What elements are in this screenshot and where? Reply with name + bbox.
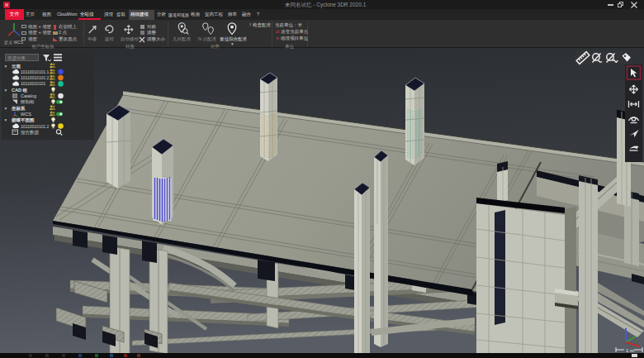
svg-text:10110010101 1: 10110010101 1 [21,69,50,74]
svg-text:限制框: 限制框 [21,99,35,104]
svg-text:俯瞰平面图: 俯瞰平面图 [11,117,35,123]
svg-text:10110010101: 10110010101 [21,81,45,86]
svg-text:CAD 组: CAD 组 [12,88,27,93]
svg-text:▾: ▾ [5,64,7,69]
svg-text:坐标系: 坐标系 [11,106,26,112]
svg-text:▾: ▾ [5,106,7,111]
svg-text:报告数据: 报告数据 [21,130,40,136]
svg-text:云斑: 云斑 [12,64,21,69]
svg-text:▾: ▾ [5,88,7,93]
svg-text:WCS: WCS [21,112,31,117]
svg-text:10110010101 2: 10110010101 2 [21,75,50,80]
svg-text:10110010101 2: 10110010101 2 [21,124,50,129]
svg-text:▾: ▾ [5,117,7,122]
svg-text:Catalog: Catalog [21,93,36,98]
